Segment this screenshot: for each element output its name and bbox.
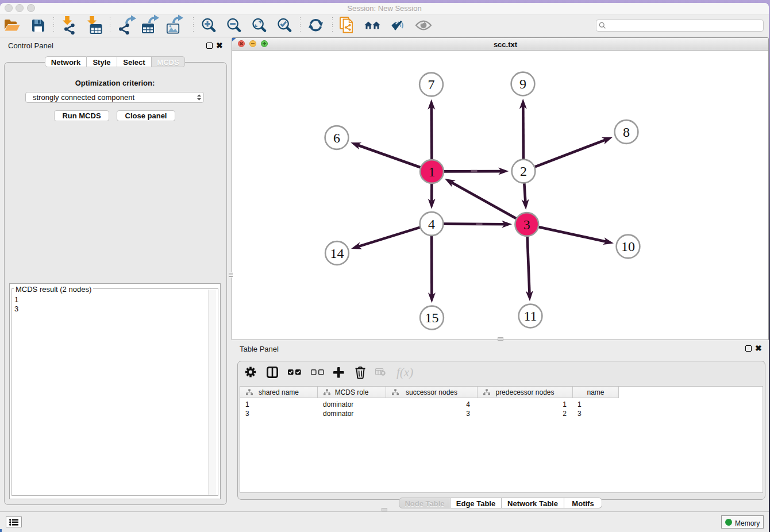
svg-text:7: 7 (428, 77, 435, 92)
svg-text:1: 1 (429, 164, 436, 179)
svg-text:10: 10 (621, 239, 635, 254)
svg-text:4: 4 (428, 217, 435, 232)
svg-text:8: 8 (623, 125, 630, 140)
svg-text:f(x): f(x) (396, 365, 413, 379)
svg-text:11: 11 (523, 309, 537, 323)
svg-text:14: 14 (330, 246, 344, 261)
svg-text:9: 9 (519, 76, 526, 91)
svg-text:3: 3 (523, 217, 530, 232)
svg-text:2: 2 (520, 164, 527, 179)
svg-text:15: 15 (425, 310, 439, 325)
svg-text:6: 6 (333, 130, 340, 145)
